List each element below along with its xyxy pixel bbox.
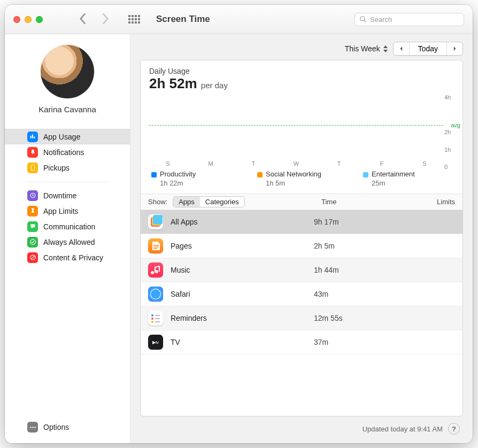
app-name: Safari [171, 290, 306, 298]
col-limits-header: Limits [423, 198, 455, 206]
nav-back-forward [79, 13, 109, 26]
ytick-label: 2h [444, 129, 451, 135]
pickups-icon [27, 163, 38, 173]
sidebar-item-always-allowed[interactable]: Always Allowed [5, 234, 130, 250]
sidebar-item-label: Pickups [43, 164, 70, 172]
table-row[interactable]: All Apps 9h 17m [141, 210, 462, 234]
sidebar-item-downtime[interactable]: Downtime [5, 188, 130, 203]
svg-point-6 [32, 169, 33, 170]
summary-value: 2h 52m per day [149, 75, 454, 92]
app-time: 12m 55s [314, 314, 415, 322]
legend-item: Social Networking1h 5m [257, 170, 346, 187]
forward-button[interactable] [102, 13, 109, 26]
safari-icon [148, 287, 163, 302]
sidebar-item-label: App Limits [43, 207, 78, 215]
sidebar-item-communication[interactable]: Communication [5, 219, 130, 234]
ytick-label: 0 [444, 164, 448, 170]
apps-grid-icon[interactable] [128, 15, 140, 24]
app-time: 1h 44m [314, 266, 415, 274]
table-row[interactable]: Pages 2h 5m [141, 234, 462, 258]
xtick-label: M [192, 160, 229, 167]
svg-point-20 [151, 318, 153, 320]
period-select[interactable]: This Week [345, 44, 388, 53]
svg-rect-3 [32, 134, 33, 138]
stack-icon [148, 214, 163, 229]
sidebar-item-app-usage[interactable]: App Usage [5, 129, 130, 144]
sidebar-item-content-privacy[interactable]: Content & Privacy [5, 250, 130, 265]
usage-chart: 01h2h4h avg SMTWTFS [149, 97, 443, 167]
svg-line-1 [364, 20, 366, 22]
minimize-icon[interactable] [25, 16, 32, 23]
table-row[interactable]: ▶tv TV 37m [141, 330, 462, 354]
chart-bar: M [192, 159, 229, 167]
window-title: Screen Time [156, 14, 210, 25]
legend-item: Entertainment25m [363, 170, 452, 187]
app-name: Reminders [171, 314, 306, 322]
app-time: 37m [314, 338, 415, 346]
search-input[interactable]: Search [354, 13, 464, 26]
reminders-icon [148, 311, 163, 326]
svg-point-12 [32, 427, 33, 428]
today-button[interactable]: Today [409, 42, 446, 55]
usage-panel: Daily Usage 2h 52m per day 01h2h4h avg S… [140, 60, 463, 416]
footer: Updated today at 9:41 AM ? [140, 416, 463, 436]
panel-header: Daily Usage 2h 52m per day [141, 60, 462, 94]
ytick-label: 1h [444, 146, 451, 153]
sidebar-item-label: Notifications [43, 148, 84, 157]
svg-line-10 [31, 256, 34, 259]
sidebar-item-label: App Usage [43, 133, 80, 141]
options-icon [27, 422, 38, 432]
downtime-icon [27, 190, 38, 201]
avg-label: avg [451, 122, 460, 128]
table-header: Show: Apps Categories Time Limits [141, 194, 462, 210]
app-name: All Apps [171, 218, 306, 226]
chart-bar: S [149, 159, 187, 167]
table-row[interactable]: Music 1h 44m [141, 258, 462, 282]
avatar[interactable] [41, 45, 94, 98]
close-icon[interactable] [13, 16, 20, 23]
sidebar-item-pickups[interactable]: Pickups [5, 160, 130, 175]
svg-point-21 [151, 321, 153, 323]
xtick-label: T [320, 160, 358, 167]
main-content: This Week Today Daily Usage 2h 52m pe [130, 34, 473, 443]
music-icon [148, 262, 163, 277]
back-button[interactable] [79, 13, 87, 26]
sidebar-separator [27, 182, 107, 182]
show-label: Show: [148, 198, 167, 206]
search-placeholder: Search [370, 16, 392, 24]
sidebar-item-notifications[interactable]: Notifications [5, 144, 130, 160]
app-usage-icon [27, 132, 38, 142]
xtick-label: W [277, 160, 315, 167]
app-time: 2h 5m [314, 242, 415, 250]
app-time: 43m [314, 290, 415, 298]
date-stepper: Today [393, 42, 463, 56]
titlebar: Screen Time Search [5, 5, 473, 34]
app-name: TV [171, 338, 306, 346]
sidebar-item-label: Downtime [43, 191, 76, 200]
tab-apps[interactable]: Apps [173, 197, 200, 207]
table-row[interactable]: Safari 43m [141, 282, 462, 306]
xtick-label: S [406, 160, 443, 167]
communication-icon [27, 221, 38, 232]
sidebar-item-label: Content & Privacy [43, 253, 103, 262]
ytick-label: 4h [444, 94, 451, 101]
table-row[interactable]: Reminders 12m 55s [141, 306, 462, 330]
next-day-button[interactable] [446, 42, 462, 55]
help-button[interactable]: ? [448, 423, 460, 435]
zoom-icon[interactable] [36, 16, 43, 23]
prev-day-button[interactable] [394, 42, 409, 55]
app-name: Pages [171, 242, 306, 250]
chart-legend: Productivity1h 22mSocial Networking1h 5m… [141, 168, 462, 194]
app-table: All Apps 9h 17m Pages 2h 5m Music 1h 44m… [141, 210, 462, 416]
tv-icon: ▶tv [148, 335, 163, 350]
sidebar-item-options[interactable]: Options [27, 422, 130, 432]
date-range-row: This Week Today [140, 42, 463, 56]
sidebar-item-label: Always Allowed [43, 238, 95, 246]
summary-title: Daily Usage [149, 67, 454, 75]
svg-point-18 [151, 289, 160, 299]
svg-point-11 [30, 427, 31, 428]
svg-text:▶tv: ▶tv [152, 340, 159, 345]
tab-categories[interactable]: Categories [200, 197, 244, 207]
svg-rect-4 [34, 137, 35, 138]
sidebar-item-app-limits[interactable]: App Limits [5, 203, 130, 219]
